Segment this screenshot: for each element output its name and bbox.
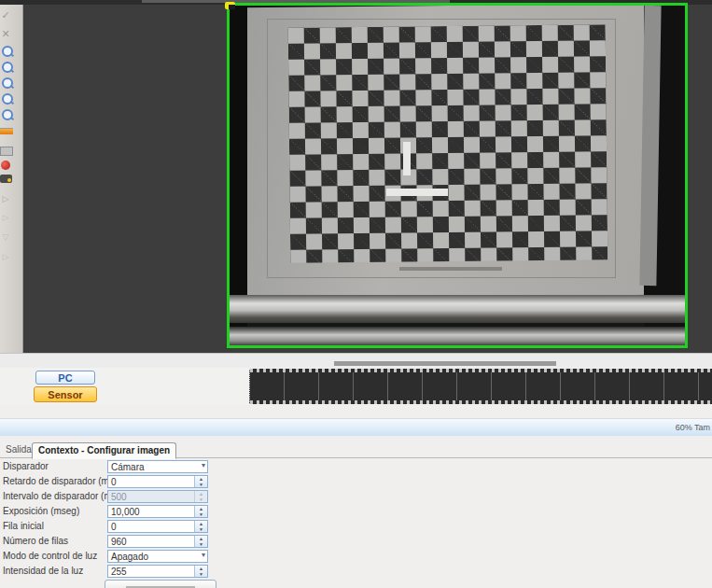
zoom-fit-icon[interactable]	[2, 77, 14, 90]
scrollbar-thumb[interactable]	[334, 361, 556, 366]
image-viewer[interactable]	[227, 3, 688, 348]
field-label: Disparador	[3, 461, 49, 471]
image-config-form: Disparador Cámara Retardo de disparador …	[0, 460, 280, 588]
chevron-down-icon[interactable]	[202, 461, 205, 469]
field-label: Intensidad de la luz	[3, 566, 83, 576]
form-row: Disparador Cámara	[0, 460, 280, 473]
zoom-in-icon[interactable]	[2, 46, 14, 58]
advance-icon[interactable]	[0, 249, 15, 262]
spinner-buttons[interactable]	[194, 476, 207, 487]
horizontal-scrollbar[interactable]	[0, 353, 712, 369]
filmstrip[interactable]	[249, 369, 712, 404]
form-row: Número de filas 960	[0, 535, 280, 548]
tab-contexto-configurar-imagen[interactable]: Contexto - Configurar imagen	[32, 442, 176, 459]
acquisition-row: PC Sensor	[0, 368, 712, 405]
zoom-region-icon[interactable]	[2, 93, 14, 105]
field-label: Exposición (mseg)	[3, 506, 79, 516]
filmstrip-frames	[250, 372, 712, 400]
chevron-down-icon[interactable]	[202, 551, 205, 559]
spinner-buttons[interactable]	[194, 566, 207, 577]
roi-corner-handle[interactable]	[225, 2, 235, 9]
horizontal-marker-bar	[386, 189, 448, 196]
disparador-select[interactable]: Cámara	[107, 460, 208, 473]
form-row: Retardo de disparador (mseg) 0	[0, 475, 280, 488]
metal-rail-lower	[230, 327, 685, 347]
step-down-icon[interactable]	[0, 230, 15, 243]
cancel-icon[interactable]	[0, 27, 15, 40]
camera-frame	[230, 6, 685, 345]
zoom-actual-icon[interactable]	[2, 109, 14, 121]
exposicion-spinner[interactable]: 10,000	[107, 505, 208, 518]
camera-icon[interactable]	[0, 175, 12, 183]
fila-inicial-spinner[interactable]: 0	[107, 520, 208, 533]
gray-tool-icon[interactable]	[0, 147, 13, 156]
spinner-buttons	[194, 491, 207, 502]
metal-rail	[230, 295, 685, 323]
checkerboard-pattern	[288, 24, 608, 263]
field-label: Modo de control de luz	[3, 551, 97, 561]
spinner-buttons[interactable]	[194, 536, 207, 547]
record-icon[interactable]	[1, 161, 10, 170]
panel-tabbar: Salida Contexto - Configurar imagen	[0, 441, 712, 458]
zoom-out-icon[interactable]	[2, 62, 14, 74]
form-row: Modo de control de luz Apagado	[0, 550, 280, 563]
measure-tool-icon[interactable]	[0, 128, 13, 134]
partially-visible-button[interactable]	[105, 580, 216, 588]
sensor-button[interactable]: Sensor	[34, 386, 97, 402]
step-forward-icon[interactable]	[0, 210, 15, 223]
status-bar: 60% Tam	[0, 418, 712, 437]
filmstrip-sprockets-bottom	[250, 400, 712, 404]
left-toolbar	[0, 5, 23, 353]
field-label: Número de filas	[3, 536, 68, 546]
zoom-percentage: 60% Tam	[676, 423, 710, 432]
intensidad-luz-spinner[interactable]: 255	[107, 565, 208, 578]
vertical-marker-bar	[403, 142, 411, 175]
pc-button[interactable]: PC	[35, 371, 95, 385]
modo-control-luz-select[interactable]: Apagado	[107, 550, 208, 563]
intervalo-disparador-spinner: 500	[107, 490, 208, 503]
form-row: Fila inicial 0	[0, 520, 280, 533]
form-row: Exposición (mseg) 10,000	[0, 505, 280, 518]
spinner-buttons[interactable]	[194, 506, 207, 517]
field-label: Fila inicial	[3, 521, 44, 531]
play-icon[interactable]	[0, 191, 15, 204]
form-row: Intensidad de la luz 255	[0, 565, 280, 578]
configuration-panel: Salida Contexto - Configurar imagen Disp…	[0, 436, 712, 588]
numero-filas-spinner[interactable]: 960	[107, 535, 208, 548]
target-caption	[399, 267, 502, 271]
form-row: Intervalo de disparador (mseg) 500	[0, 490, 280, 503]
camera-configuration-window: PC Sensor 60% Tam Salida Contexto - Conf…	[0, 0, 712, 588]
spinner-buttons[interactable]	[194, 521, 207, 532]
retardo-disparador-spinner[interactable]: 0	[107, 475, 208, 488]
confirm-icon[interactable]	[0, 8, 15, 21]
